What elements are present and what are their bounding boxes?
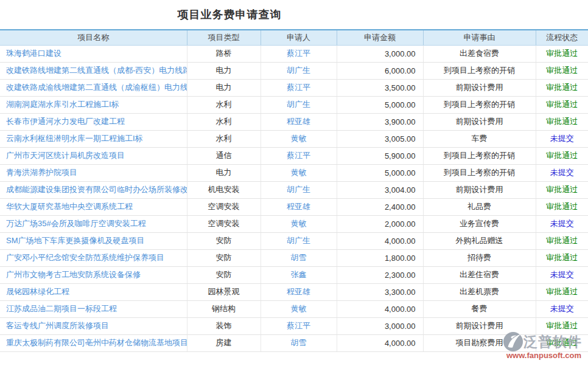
project-name-link[interactable]: 青海洪湖养护院项目: [6, 168, 77, 177]
applicant-link[interactable]: 蔡江平: [287, 83, 310, 92]
project-name-cell: SM广场地下车库更换摄像机及硬盘项目: [0, 232, 187, 249]
project-name-cell: 广州市文物考古工地安防系统设备保修: [0, 266, 187, 283]
project-name-cell: 珠海鹤港口建设: [0, 45, 187, 62]
project-name-link[interactable]: 广州市文物考古工地安防系统设备保修: [6, 270, 141, 279]
project-type-cell: 空调安装: [187, 215, 261, 232]
table-row: 广州市文物考古工地安防系统设备保修 安防 张鑫 2,300.00 出差住宿费 未…: [0, 266, 588, 283]
amount-cell: 5,000.00: [337, 164, 423, 181]
project-type-cell: 园林景观: [187, 283, 261, 300]
project-name-link[interactable]: 改建铁路成渝线增建第二直通线（成渝枢纽）电力线路: [6, 83, 187, 92]
applicant-link[interactable]: 胡雪: [291, 253, 307, 262]
table-header-row: 项目名称 项目类型 申请人 申请金额 申请事由 流程状态: [0, 30, 588, 45]
project-type-cell: 安防: [187, 266, 261, 283]
status-text: 审批通过: [546, 202, 578, 211]
applicant-link[interactable]: 胡广生: [287, 236, 310, 245]
status-text: 审批通过: [546, 100, 578, 109]
status-cell: 审批通过: [536, 79, 588, 96]
reason-cell: 出差食宿费: [423, 45, 536, 62]
project-name-link[interactable]: 重庆太极制药有限公司亳州中药材仓储物流基地项目: [6, 338, 187, 347]
reason-cell: 礼品费: [423, 198, 536, 215]
amount-cell: 3,000.00: [337, 45, 423, 62]
status-cell: 审批通过: [536, 198, 588, 215]
applicant-link[interactable]: 张鑫: [291, 270, 307, 279]
applicant-link[interactable]: 程亚雄: [287, 202, 310, 211]
project-name-link[interactable]: 成都能源建设集团投资有限公司临时办公场所装修改造: [6, 185, 187, 194]
table-row: 云南水利枢纽潜明水库一期工程施工I标 水利 黄敏 3,005.00 车费 未提交: [0, 130, 588, 147]
project-name-link[interactable]: 万达广场35#会所及咖啡厅空调安装工程: [6, 219, 146, 228]
project-name-cell: 改建铁路成渝线增建第二直通线（成渝枢纽）电力线路: [0, 79, 187, 96]
status-text: 审批通过: [546, 151, 578, 160]
applicant-link[interactable]: 胡广生: [287, 66, 310, 75]
project-type-cell: 电力: [187, 164, 261, 181]
page-title: 项目业务费申请查询: [178, 7, 282, 22]
project-type-cell: 水利: [187, 130, 261, 147]
col-header-reason: 申请事由: [423, 30, 536, 45]
project-type-cell: 通信: [187, 147, 261, 164]
applicant-link[interactable]: 蔡江平: [287, 321, 310, 330]
reason-cell: 业务宣传费: [423, 215, 536, 232]
project-type-cell: 安防: [187, 232, 261, 249]
table-row: 重庆太极制药有限公司亳州中药材仓储物流基地项目 房建 胡雪 4,000.00 项…: [0, 334, 588, 351]
applicant-link[interactable]: 胡广生: [287, 100, 310, 109]
amount-cell: 3,000.00: [337, 317, 423, 334]
status-cell: 审批通过: [536, 45, 588, 62]
amount-cell: 4,000.00: [337, 334, 423, 351]
status-text: 审批通过: [546, 117, 578, 126]
project-name-link[interactable]: 江苏成品油二期项目一标段工程: [6, 304, 117, 313]
applicant-cell: 胡雪: [261, 334, 337, 351]
col-header-amount: 申请金额: [337, 30, 423, 45]
project-name-link[interactable]: 长春市伊通河水力发电厂改建工程: [6, 117, 125, 126]
project-name-cell: 晟铭园林绿化工程: [0, 283, 187, 300]
amount-cell: 2,000.00: [337, 215, 423, 232]
table-row: 改建铁路成渝线增建第二直通线（成渝枢纽）电力线路 电力 蔡江平 3,500.00…: [0, 79, 588, 96]
applicant-link[interactable]: 程亚雄: [287, 117, 310, 126]
amount-cell: 1,800.00: [337, 249, 423, 266]
applicant-link[interactable]: 黄敏: [291, 219, 307, 228]
table-row: 湖南洞庭湖水库引水工程施工I标 水利 胡广生 5,000.00 到项目上考察的开…: [0, 96, 588, 113]
applicant-cell: 程亚雄: [261, 198, 337, 215]
project-type-cell: 空调安装: [187, 198, 261, 215]
status-cell: 未提交: [536, 130, 588, 147]
project-name-link[interactable]: 晟铭园林绿化工程: [6, 287, 69, 296]
applicant-link[interactable]: 蔡江平: [287, 151, 310, 160]
applicant-cell: 黄敏: [261, 215, 337, 232]
status-text: 审批通过: [546, 321, 578, 330]
status-text: 审批通过: [546, 236, 578, 245]
project-name-link[interactable]: 华软大厦研究基地中央空调系统工程: [6, 202, 133, 211]
project-name-link[interactable]: 湖南洞庭湖水库引水工程施工I标: [6, 100, 119, 109]
applicant-link[interactable]: 蔡江平: [287, 49, 310, 58]
applicant-link[interactable]: 黄敏: [291, 168, 307, 177]
applicant-cell: 蔡江平: [261, 317, 337, 334]
project-name-link[interactable]: 广州市天河区统计局机房改造项目: [6, 151, 125, 160]
col-header-status: 流程状态: [536, 30, 588, 45]
status-cell: 审批通过: [536, 334, 588, 351]
status-cell: 审批通过: [536, 317, 588, 334]
table-row: 华软大厦研究基地中央空调系统工程 空调安装 程亚雄 2,400.00 礼品费 审…: [0, 198, 588, 215]
status-text: 审批通过: [546, 253, 578, 262]
project-name-link[interactable]: 客运专线广州调度所装修项目: [6, 321, 109, 330]
reason-cell: 到项目上考察的开销: [423, 96, 536, 113]
project-name-link[interactable]: 云南水利枢纽潜明水库一期工程施工I标: [6, 134, 143, 143]
project-name-cell: 客运专线广州调度所装修项目: [0, 317, 187, 334]
applicant-link[interactable]: 黄敏: [291, 134, 307, 143]
applicant-cell: 胡雪: [261, 249, 337, 266]
status-cell: 审批通过: [536, 249, 588, 266]
col-header-project-name: 项目名称: [0, 30, 187, 45]
project-name-link[interactable]: 改建铁路线增建第二线直通线（成都-西安）电力线路: [6, 66, 187, 75]
applicant-link[interactable]: 胡雪: [291, 338, 307, 347]
amount-cell: 2,400.00: [337, 198, 423, 215]
project-name-link[interactable]: 广安邓小平纪念馆安全防范系统维护保养项目: [6, 253, 164, 262]
applicant-link[interactable]: 胡广生: [287, 185, 310, 194]
project-name-link[interactable]: SM广场地下车库更换摄像机及硬盘项目: [6, 236, 145, 245]
applicant-cell: 蔡江平: [261, 147, 337, 164]
reason-cell: 前期设计费用: [423, 181, 536, 198]
project-name-cell: 青海洪湖养护院项目: [0, 164, 187, 181]
applicant-cell: 张鑫: [261, 266, 337, 283]
applicant-link[interactable]: 程亚雄: [287, 287, 310, 296]
project-name-cell: 云南水利枢纽潜明水库一期工程施工I标: [0, 130, 187, 147]
applicant-link[interactable]: 黄敏: [291, 304, 307, 313]
amount-cell: 3,300.00: [337, 283, 423, 300]
status-text: 未提交: [550, 168, 574, 177]
project-name-link[interactable]: 珠海鹤港口建设: [6, 49, 61, 58]
applicant-cell: 程亚雄: [261, 113, 337, 130]
